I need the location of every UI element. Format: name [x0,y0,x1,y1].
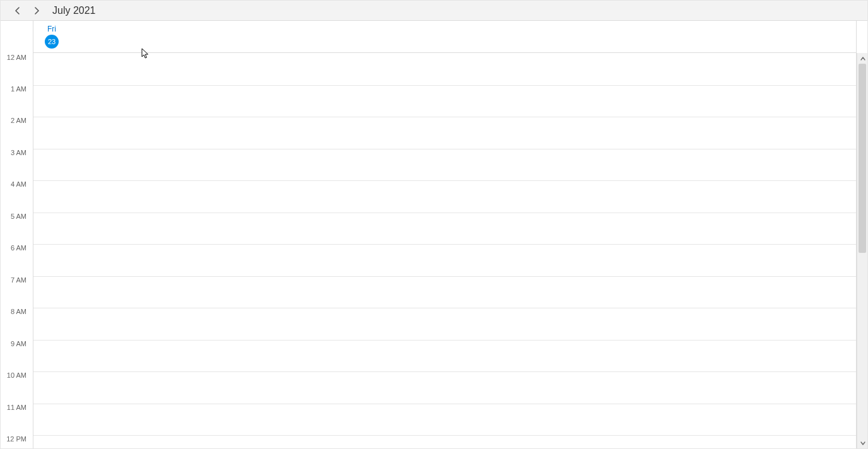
day-weekday-label: Fri [45,25,59,33]
time-label: 12 AM [7,54,26,61]
time-label: 7 AM [11,276,26,284]
time-label: 9 AM [11,340,26,347]
hour-line [33,371,857,372]
topbar: July 2021 [1,1,867,21]
time-grid[interactable]: 12 AM 1 AM 2 AM 3 AM 4 AM 5 AM 6 AM 7 AM… [1,53,857,448]
time-label: 3 AM [11,149,26,156]
time-label: 5 AM [11,213,26,220]
time-label: 2 AM [11,117,26,124]
vertical-scrollbar[interactable] [857,53,867,448]
hour-line [33,308,857,308]
scroll-up-button[interactable] [857,53,868,64]
hour-line [33,180,857,181]
time-gutter-header [1,21,33,53]
next-button[interactable] [30,4,44,18]
time-label: 10 AM [7,371,26,379]
calendar-day-view: July 2021 Fri 23 12 AM 1 AM 2 AM 3 AM 4 … [0,0,868,449]
time-label: 4 AM [11,180,26,188]
day-header[interactable]: Fri 23 [45,25,59,49]
hour-line [33,213,857,213]
hour-line [33,276,857,277]
scroll-down-button[interactable] [857,438,868,448]
chevron-up-icon [860,57,865,61]
page-title: July 2021 [52,5,96,16]
day-header-row: Fri 23 [1,21,857,53]
time-gutter: 12 AM 1 AM 2 AM 3 AM 4 AM 5 AM 6 AM 7 AM… [1,53,33,448]
day-number: 23 [48,38,56,45]
hour-line [33,244,857,245]
time-label: 1 AM [11,85,26,93]
time-label: 11 AM [7,404,26,411]
hour-line [33,85,857,86]
day-number-badge: 23 [45,35,59,49]
hour-line [33,149,857,149]
prev-button[interactable] [11,4,25,18]
time-label: 12 PM [6,435,26,443]
chevron-right-icon [33,7,40,15]
hour-line [33,435,857,436]
scrollbar-thumb[interactable] [859,64,866,253]
hour-line [33,340,857,341]
chevron-left-icon [15,7,21,15]
hour-line [33,404,857,404]
chevron-down-icon [860,441,865,445]
hour-line [33,117,857,117]
time-label: 8 AM [11,308,26,315]
time-label: 6 AM [11,244,26,252]
scrollbar-track[interactable] [859,64,866,438]
